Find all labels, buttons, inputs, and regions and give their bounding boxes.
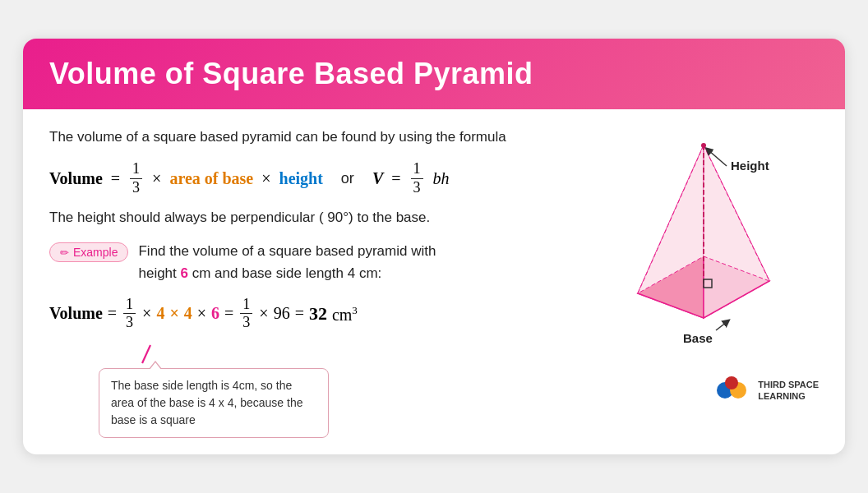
calc-6: 6 bbox=[211, 304, 219, 323]
calc-frac-num: 1 bbox=[123, 296, 136, 315]
pyramid-diagram: Height Base bbox=[605, 121, 794, 362]
left-column: The volume of a square based pyramid can… bbox=[49, 129, 589, 438]
area-of-base-label: area of base bbox=[169, 169, 253, 188]
svg-line-12 bbox=[716, 322, 727, 330]
card: Volume of Square Based Pyramid The volum… bbox=[23, 39, 845, 454]
calc-frac2-num: 1 bbox=[240, 296, 252, 315]
pyramid-svg: Height Base bbox=[605, 121, 786, 359]
logo-text: THIRD SPACE LEARNING bbox=[758, 379, 819, 403]
svg-marker-1 bbox=[147, 342, 154, 348]
frac2-numerator: 1 bbox=[411, 160, 423, 179]
calc-times4: × bbox=[259, 304, 268, 323]
bh-symbol: bh bbox=[433, 169, 450, 188]
base-diagram-label: Base bbox=[683, 331, 713, 345]
intro-text: The volume of a square based pyramid can… bbox=[49, 129, 589, 145]
times-sign-2: × bbox=[261, 169, 270, 188]
calc-frac2-den: 3 bbox=[240, 314, 252, 332]
superscript-3: 3 bbox=[352, 304, 358, 316]
height-label: height bbox=[279, 169, 323, 188]
example-text: Find the volume of a square based pyrami… bbox=[138, 241, 436, 284]
logo-line2: LEARNING bbox=[758, 391, 805, 401]
height-value: 6 bbox=[181, 265, 188, 281]
logo-line1: THIRD SPACE bbox=[758, 380, 819, 389]
calc-equals2: = bbox=[224, 304, 233, 323]
frac2-denominator: 3 bbox=[411, 179, 423, 197]
calc-volume-word: Volume bbox=[49, 304, 103, 323]
calc-times1: × bbox=[142, 304, 151, 323]
base-value: 4 bbox=[348, 265, 355, 281]
logo-icon bbox=[715, 376, 751, 405]
calc-equals3: = bbox=[295, 304, 304, 323]
right-column: Height Base bbox=[605, 129, 819, 438]
calculation-formula: Volume = 1 3 × 4 × 4 × 6 = 1 3 × 96 bbox=[49, 296, 589, 332]
header: Volume of Square Based Pyramid bbox=[23, 39, 845, 109]
volume-word: Volume bbox=[49, 169, 103, 188]
calc-unit: cm3 bbox=[332, 304, 358, 325]
example-badge-label: Example bbox=[73, 246, 118, 259]
calc-frac-den: 3 bbox=[123, 314, 136, 332]
calc-frac2: 1 3 bbox=[240, 296, 252, 332]
calc-4b: 4 bbox=[184, 304, 192, 323]
calc-4a: 4 bbox=[156, 304, 164, 323]
tooltip-box: The base side length is 4cm, so the area… bbox=[99, 368, 329, 438]
tooltip-text: The base side length is 4cm, so the area… bbox=[111, 379, 303, 426]
example-badge: ✏ Example bbox=[49, 242, 128, 262]
equals-sign: = bbox=[111, 169, 120, 188]
calc-equals: = bbox=[108, 304, 117, 323]
v-symbol: V bbox=[372, 169, 383, 188]
pencil-icon: ✏ bbox=[60, 246, 69, 259]
arrow-indicator bbox=[136, 340, 589, 365]
fraction-one-third: 1 3 bbox=[130, 160, 142, 196]
svg-point-16 bbox=[725, 376, 738, 389]
page-title: Volume of Square Based Pyramid bbox=[49, 57, 819, 91]
times-sign-1: × bbox=[152, 169, 161, 188]
calc-frac: 1 3 bbox=[123, 296, 136, 332]
or-text: or bbox=[341, 170, 354, 187]
calc-result: 32 bbox=[309, 303, 327, 325]
height-diagram-label: Height bbox=[731, 159, 769, 173]
logo-area: THIRD SPACE LEARNING bbox=[715, 376, 819, 405]
frac-denominator: 3 bbox=[130, 179, 142, 197]
calc-96: 96 bbox=[274, 304, 290, 323]
fraction-one-third-2: 1 3 bbox=[411, 160, 423, 196]
equals-sign-2: = bbox=[391, 169, 400, 188]
calc-times3: × bbox=[197, 304, 206, 323]
example-block: ✏ Example Find the volume of a square ba… bbox=[49, 241, 589, 284]
calc-times2: × bbox=[169, 304, 178, 323]
perpendicular-text: The height should always be perpendicula… bbox=[49, 210, 589, 226]
content-area: The volume of a square based pyramid can… bbox=[23, 109, 845, 454]
frac-numerator: 1 bbox=[130, 160, 142, 179]
main-formula: Volume = 1 3 × area of base × height or … bbox=[49, 160, 589, 196]
